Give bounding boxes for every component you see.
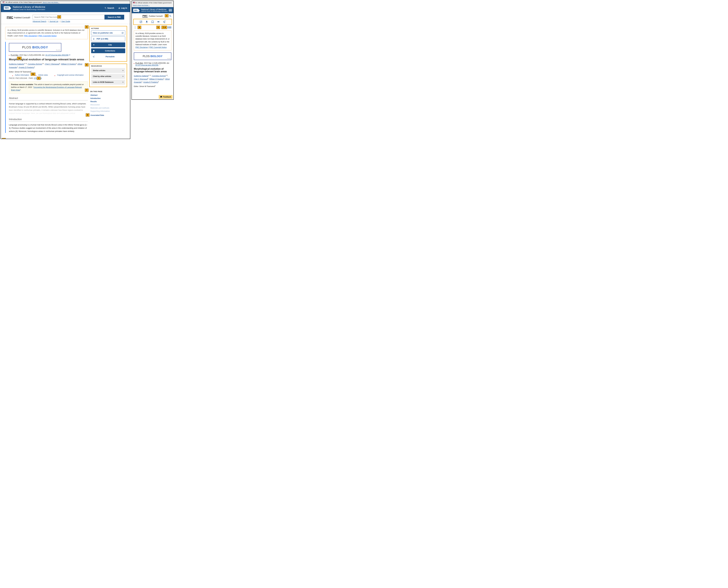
banner-link[interactable]: Here's how you know ⌄ bbox=[43, 1, 60, 3]
otp-link[interactable]: Abstract bbox=[90, 93, 126, 97]
editor-row: Editor: Simon W Townsend4 2b bbox=[9, 70, 88, 73]
nih-header: NIH National Library of Medicine Nationa… bbox=[1, 4, 130, 12]
journal-list-link[interactable]: Journal List bbox=[49, 20, 58, 22]
otp-link[interactable]: Results bbox=[90, 100, 126, 103]
callout-7: 7 bbox=[85, 89, 89, 92]
author-link[interactable]: Guillermo Gallardo bbox=[9, 63, 24, 65]
doi-link[interactable]: 10.1371/journal.pbio.3002266 bbox=[45, 54, 68, 56]
callout-5: 5 bbox=[85, 25, 89, 28]
search-input[interactable] bbox=[32, 15, 105, 20]
otp-link[interactable]: Introduction bbox=[90, 97, 126, 100]
advanced-search-link[interactable]: Advanced Search bbox=[32, 20, 46, 22]
header-login-link[interactable]: Log in bbox=[118, 7, 127, 9]
actions-heading: ACTIONS bbox=[91, 27, 125, 29]
resources-heading: RESOURCES bbox=[91, 65, 125, 67]
header-search-link[interactable]: Search bbox=[105, 7, 114, 9]
plos-small-logo-icon: PLOS bbox=[56, 49, 60, 51]
callout-1m: 1 bbox=[165, 14, 169, 17]
pdf-button[interactable]: PDF (2.6 MB) bbox=[91, 37, 125, 41]
otp-link[interactable]: Discussion bbox=[90, 103, 126, 106]
bookmark-icon[interactable] bbox=[151, 20, 154, 23]
share-icon[interactable] bbox=[163, 20, 166, 23]
callout-78m: 7, 8 bbox=[161, 26, 167, 29]
usa-banner-mobile: An official website of the United States… bbox=[132, 1, 173, 7]
external-link-icon[interactable] bbox=[139, 20, 142, 23]
info-expanders: ▸Author information ▸Article notes ▸Copy… bbox=[9, 74, 88, 76]
associated-data-link[interactable]: Associated Data bbox=[90, 114, 126, 117]
otp-heading: ON THIS PAGE bbox=[90, 91, 126, 92]
ncbi-links-toggle[interactable]: Links to NCBI Databases+ bbox=[91, 80, 125, 85]
callout-3: 3 bbox=[37, 77, 41, 80]
pmc-row-mobile: PMC PubMed Central® 1 bbox=[132, 13, 173, 19]
author-list: Guillermo Gallardo1,*,#, Cornelius Eichn… bbox=[9, 63, 88, 69]
callout-8: 8 bbox=[86, 113, 89, 117]
download-icon[interactable] bbox=[145, 20, 148, 23]
external-link-icon bbox=[159, 64, 160, 66]
intro-heading: Introduction bbox=[9, 118, 88, 122]
search-strip: PMC PubMed Central® Search in PMC 1 Adva… bbox=[1, 12, 130, 24]
author-info-toggle[interactable]: ▸Author information bbox=[9, 74, 29, 76]
callout-1: 1 bbox=[57, 15, 61, 19]
previous-version-box: Previous version available: This article… bbox=[9, 81, 88, 93]
banner-text: An official website of the United States… bbox=[5, 1, 42, 3]
menu-button[interactable] bbox=[169, 9, 172, 12]
callout-5m: 5 bbox=[156, 26, 160, 29]
citation-row-mobile: ▸ PLoS Biol. 2023 Sep 1;21(9):e3002266. … bbox=[134, 62, 171, 66]
author-link[interactable]: Cornelius Eichner bbox=[152, 75, 166, 77]
pmc-disclaimer-link[interactable]: PMC Disclaimer bbox=[135, 46, 148, 48]
otp-link[interactable]: Supporting information bbox=[90, 110, 126, 113]
cited-by-toggle[interactable]: Cited by other articles+ bbox=[91, 74, 125, 79]
callout-4: 4 bbox=[2, 138, 6, 139]
collections-button[interactable]: Collections bbox=[91, 48, 125, 53]
author-link[interactable]: Cornelius Eichner bbox=[28, 63, 42, 65]
toc-icon[interactable] bbox=[169, 26, 171, 29]
abstract-heading: Abstract bbox=[9, 97, 88, 100]
cite-button[interactable]: Cite bbox=[91, 42, 125, 47]
plus-icon: + bbox=[123, 81, 124, 83]
nih-title: National Library of Medicine bbox=[13, 5, 45, 8]
usa-banner: An official website of the United States… bbox=[1, 1, 130, 4]
search-button[interactable]: Search in PMC bbox=[105, 15, 124, 20]
view-publisher-button[interactable]: View on publisher site bbox=[91, 30, 125, 35]
search-icon[interactable] bbox=[169, 15, 172, 17]
author-link[interactable]: Angela D Friederici bbox=[19, 66, 34, 68]
journal-banner-mobile[interactable]: PLOS BIOLOGY PLOS bbox=[134, 52, 171, 60]
nih-header-mobile: NIH National Library of Medicine Nationa… bbox=[132, 7, 173, 13]
author-link[interactable]: William D Hopkins bbox=[61, 63, 76, 65]
author-link[interactable]: Guillermo Gallardo bbox=[134, 75, 148, 77]
chat-icon bbox=[160, 96, 162, 98]
quote-icon[interactable] bbox=[157, 20, 160, 23]
author-link[interactable]: Chet C Sherwood bbox=[134, 78, 148, 80]
plus-icon: + bbox=[123, 69, 124, 71]
author-link[interactable]: Chet C Sherwood bbox=[45, 63, 60, 65]
pmc-logo[interactable]: PMC PubMed Central® bbox=[7, 15, 30, 19]
kebab-menu-icon[interactable]: ⋮ bbox=[134, 27, 136, 28]
pmc-copyright-link[interactable]: PMC Copyright Notice bbox=[39, 35, 57, 37]
mobile-view: An official website of the United States… bbox=[131, 1, 174, 100]
doi-link[interactable]: 10.1371/journal.pbio.3002266 bbox=[135, 64, 158, 66]
author-link[interactable]: Angela D Friederici bbox=[143, 81, 158, 83]
download-icon bbox=[93, 38, 95, 40]
journal-banner[interactable]: PLOS BIOLOGY PLOS bbox=[9, 43, 61, 52]
callout-6: 6 bbox=[85, 63, 89, 66]
similar-articles-toggle[interactable]: Similar articles+ bbox=[91, 68, 125, 73]
banner-link[interactable]: Here's how you know ⌄ bbox=[133, 4, 172, 6]
otp-link[interactable]: Materials and methods bbox=[90, 106, 126, 110]
user-guide-link[interactable]: User Guide bbox=[61, 20, 70, 22]
pmc-copyright-link[interactable]: PMC Copyright Notice bbox=[149, 46, 167, 48]
callout-6m: 6 bbox=[138, 26, 141, 29]
intro-text: Language processing is a human trait tha… bbox=[9, 123, 88, 133]
editor-row-mobile: Editor: Simon W Townsend4 bbox=[134, 85, 171, 87]
pmc-disclaimer-link[interactable]: PMC Disclaimer bbox=[24, 35, 37, 37]
pmcid-row: PMCID: PMC10501646 PMID: 37656748 3 bbox=[9, 77, 88, 79]
us-flag-icon bbox=[3, 2, 5, 3]
author-link[interactable]: William D Hopkins bbox=[149, 78, 163, 80]
nih-logo-icon[interactable]: NIH bbox=[4, 6, 9, 10]
external-link-icon bbox=[122, 32, 124, 34]
permalink-button[interactable]: Permalink bbox=[91, 54, 125, 59]
copyright-toggle[interactable]: ▸Copyright and License information bbox=[51, 74, 84, 76]
abstract-text: Human language is supported by a cortica… bbox=[9, 102, 88, 115]
nih-logo-icon[interactable]: NIH bbox=[133, 9, 138, 12]
resources-box: RESOURCES Similar articles+ Cited by oth… bbox=[89, 64, 127, 87]
feedback-button[interactable]: Feedback bbox=[159, 95, 173, 99]
